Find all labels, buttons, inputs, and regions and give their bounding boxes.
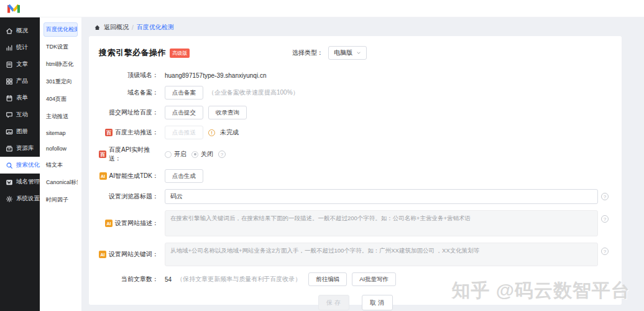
- secondary-sidebar: 百度优化检测TDK设置html静态化301重定向404页面主动推送sitemap…: [40, 17, 81, 311]
- sidebar-item-label: 概况: [16, 27, 28, 35]
- cancel-button[interactable]: 取 消: [362, 295, 393, 310]
- submenu-item-redirect-301[interactable]: 301重定向: [44, 75, 78, 89]
- submenu-item-canonical[interactable]: Canonical标签: [44, 175, 78, 190]
- main-area: 返回概况 / 百度优化检测 搜索引擎必备操作 高级版 选择类型： 电脑版 顶级域…: [81, 17, 644, 311]
- home-icon: [6, 27, 13, 35]
- help-icon[interactable]: [601, 193, 609, 200]
- radio-on[interactable]: 开启: [165, 150, 186, 159]
- chevron-down-icon: [356, 50, 361, 55]
- index-query-button[interactable]: 收录查询: [208, 106, 247, 119]
- sidebar-item-library[interactable]: 资源库: [0, 140, 40, 157]
- baidu-icon: [99, 151, 106, 158]
- topbar: [0, 0, 644, 17]
- page-title: 搜索引擎必备操作: [99, 47, 166, 58]
- breadcrumb: 返回概况 / 百度优化检测: [81, 17, 644, 32]
- submenu-item-sitemap[interactable]: sitemap: [44, 127, 78, 139]
- search-icon: [6, 162, 13, 169]
- card-header: 搜索引擎必备操作 高级版 选择类型： 电脑版: [99, 46, 612, 60]
- sidebar-item-label: 资源库: [16, 144, 34, 152]
- row-domain: 顶级域名： huang897157type-39.shanxiyunqi.cn: [99, 71, 612, 80]
- submenu-item-label: 百度优化检测: [46, 26, 78, 32]
- submenu-item-label: 301重定向: [46, 78, 72, 85]
- beian-note: （企业备案收录速度提高100%）: [208, 88, 299, 97]
- sidebar-item-products[interactable]: 产品: [0, 73, 40, 90]
- radio-on-circle[interactable]: [165, 151, 172, 158]
- type-select-value: 电脑版: [334, 49, 352, 57]
- description-label: 设置网站描述：: [115, 219, 159, 228]
- push-label: 百度主动推送：: [115, 128, 159, 137]
- grid-icon: [6, 78, 13, 85]
- breadcrumb-separator: /: [132, 24, 134, 31]
- article-icon: [6, 61, 13, 68]
- breadcrumb-current: 百度优化检测: [137, 23, 174, 32]
- sidebar-item-overview[interactable]: 概况: [0, 22, 40, 39]
- submenu-item-label: 时间因子: [46, 197, 68, 203]
- submit-button[interactable]: 点击提交: [165, 106, 203, 119]
- warning-icon: [208, 129, 215, 136]
- row-push: 百度主动推送： 点击推送 未完成: [99, 126, 612, 139]
- sidebar-item-domains[interactable]: 域名管理: [0, 174, 40, 190]
- sidebar-item-interaction[interactable]: 互动: [0, 106, 40, 123]
- sidebar-item-seo[interactable]: 搜索优化: [0, 157, 40, 174]
- sidebar-item-label: 统计: [16, 44, 28, 52]
- gallery-icon: [6, 128, 13, 136]
- baidu-icon: [105, 129, 113, 136]
- ai-generate-button[interactable]: 点击生成: [165, 169, 203, 183]
- go-edit-button[interactable]: 前往编辑: [308, 272, 347, 286]
- submenu-item-anchor-text[interactable]: 锚文本: [44, 158, 78, 172]
- app-logo-icon[interactable]: [7, 4, 20, 14]
- sidebar-item-label: 互动: [16, 111, 28, 119]
- sidebar-item-gallery[interactable]: 图册: [0, 123, 40, 140]
- submenu-item-label: html静态化: [46, 61, 73, 67]
- type-select-group: 选择类型： 电脑版: [292, 46, 367, 60]
- radio-off-circle[interactable]: [191, 151, 198, 158]
- sidebar-item-stats[interactable]: 统计: [0, 39, 40, 56]
- breadcrumb-back-link[interactable]: 返回概况: [104, 23, 129, 32]
- sidebar-item-label: 域名管理: [16, 178, 40, 186]
- browser-title-label: 设置浏览器标题：: [109, 192, 159, 201]
- submenu-item-label: 锚文本: [46, 162, 63, 168]
- row-beian: 域名备案： 点击备案 （企业备案收录速度提高100%）: [99, 86, 612, 100]
- sidebar-item-forms[interactable]: 表单: [0, 90, 40, 106]
- push-status: 未完成: [220, 128, 239, 137]
- content-card: 搜索引擎必备操作 高级版 选择类型： 电脑版 顶级域名： huang897157…: [89, 36, 622, 305]
- type-select-label: 选择类型：: [292, 49, 323, 57]
- radio-off[interactable]: 关闭: [191, 150, 213, 159]
- row-articles: 当前文章数： 54 （保持文章更新频率与质量有利于百度收录） 前往编辑 AI批量…: [99, 272, 612, 286]
- submenu-item-active-push[interactable]: 主动推送: [44, 109, 78, 124]
- submenu-item-html-static[interactable]: html静态化: [44, 57, 78, 72]
- sidebar-item-articles[interactable]: 文章: [0, 56, 40, 73]
- save-button[interactable]: 保 存: [318, 295, 349, 310]
- submenu-item-label: 404页面: [46, 96, 67, 102]
- sidebar-item-label: 图册: [16, 128, 28, 136]
- description-textarea[interactable]: [165, 210, 598, 236]
- articles-label: 当前文章数：: [121, 275, 159, 284]
- row-keywords: 设置网站关键词：: [99, 243, 612, 266]
- help-icon[interactable]: [601, 215, 609, 223]
- sidebar-item-settings[interactable]: 系统设置: [0, 190, 40, 207]
- domain-label: 顶级域名：: [127, 71, 159, 80]
- plan-badge: 高级版: [170, 49, 190, 58]
- help-icon[interactable]: [601, 248, 609, 255]
- submenu-item-baidu-check[interactable]: 百度优化检测: [44, 22, 78, 37]
- ai-icon: [99, 251, 106, 258]
- row-browser-title: 设置浏览器标题：: [99, 189, 612, 204]
- browser-title-input[interactable]: [165, 189, 598, 204]
- row-api-push: 百度API实时推送： 开启 关闭: [99, 146, 612, 163]
- domain-value: huang897157type-39.shanxiyunqi.cn: [165, 72, 266, 79]
- ai-icon: [105, 220, 113, 227]
- submenu-item-time-factor[interactable]: 时间因子: [44, 193, 78, 207]
- beian-button[interactable]: 点击备案: [165, 86, 203, 100]
- submenu-item-label: sitemap: [46, 130, 66, 136]
- ai-batch-write-button[interactable]: AI批量写作: [352, 272, 396, 286]
- help-icon[interactable]: [218, 151, 226, 158]
- push-button[interactable]: 点击推送: [165, 126, 203, 139]
- keywords-textarea[interactable]: [165, 243, 598, 266]
- row-ai-tdk: AI智能生成TDK： 点击生成: [99, 169, 612, 183]
- type-select[interactable]: 电脑版: [328, 46, 367, 60]
- home-icon[interactable]: [94, 24, 101, 31]
- submenu-item-page-404[interactable]: 404页面: [44, 92, 78, 106]
- footer-buttons: 保 存 取 消: [99, 295, 612, 310]
- submenu-item-nofollow[interactable]: nofollow: [44, 142, 78, 155]
- submenu-item-tdk[interactable]: TDK设置: [44, 40, 78, 54]
